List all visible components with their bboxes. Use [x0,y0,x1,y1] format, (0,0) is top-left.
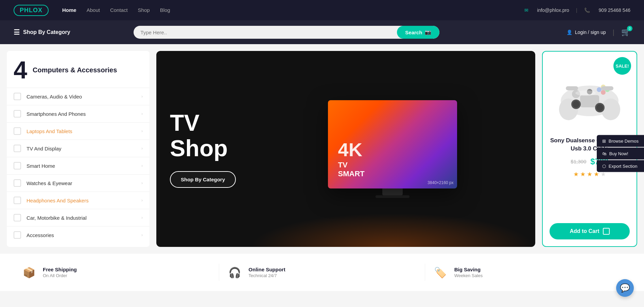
svg-rect-15 [601,86,613,90]
buy-now-label: Buy Now! [609,151,628,156]
feature-support-text: Online Support Technical 24/7 [248,267,285,278]
export-section-button[interactable]: ⬡ Export Section [597,160,644,172]
sidebar-label-smarthome: Smart Home [27,163,141,169]
search-bar-row: ☰ Shop By Category Search 📷 👤 Login / si… [0,20,644,44]
left-sidebar: 4 Computers & Accessories Cameras, Audio… [7,51,150,247]
hero-banner: TV Shop Shop By Category 4K TVSMART 3840… [156,51,535,247]
shipping-icon: 📦 [20,264,37,281]
sidebar-checkbox-smarthome[interactable] [14,162,21,169]
nav-contact[interactable]: Contact [110,7,128,13]
svg-point-7 [596,104,603,111]
search-right: 👤 Login / sign up | 🛒 0 [560,28,630,37]
browse-demos-label: Browse Demos [609,139,639,144]
svg-point-9 [601,90,606,95]
sidebar-checkbox-car[interactable] [14,214,21,221]
sidebar-item-cameras[interactable]: Cameras, Audio & Video › [7,88,150,105]
nav-shop[interactable]: Shop [138,7,150,13]
shipping-subtitle: On All Order [43,273,77,278]
shop-by-category-toggle[interactable]: ☰ Shop By Category [14,28,70,36]
search-input[interactable] [134,26,397,39]
sidebar-arrow-laptops: › [141,129,143,133]
hero-glow [249,213,535,247]
saving-icon: 🏷️ [432,264,449,281]
nav-about[interactable]: About [87,7,100,13]
sidebar-arrow-accessories: › [141,233,143,237]
sidebar-checkbox-accessories[interactable] [14,231,21,239]
saving-subtitle: Weeken Sales [454,273,483,278]
main-content: 4 Computers & Accessories Cameras, Audio… [0,44,644,247]
sidebar-category-title: Computers & Accessories [33,66,117,74]
export-section-label: Export Section [609,164,638,169]
grid-icon: ⊞ [602,139,606,144]
sidebar-checkbox-headphones[interactable] [14,197,21,204]
sale-badge: SALE! [613,57,631,75]
email-icon: ✉ [524,7,528,13]
sidebar-item-tv[interactable]: TV And Display › [7,140,150,157]
sidebar-item-smartphones[interactable]: Smartphones And Phones › [7,105,150,122]
nav-blog[interactable]: Blog [160,7,170,13]
sidebar-label-watches: Watches & Eyewear [27,180,141,186]
sidebar-item-headphones[interactable]: Headphones And Speakers › [7,192,150,209]
sidebar-arrow-watches: › [141,181,143,185]
export-icon: ⬡ [602,164,606,169]
tv-resolution: 3840×2160 px [428,180,453,185]
search-container: Search 📷 [134,26,439,39]
sidebar-checkbox-cameras[interactable] [14,93,21,100]
nav-links: Home About Contact Shop Blog [62,7,170,13]
sidebar-item-smarthome[interactable]: Smart Home › [7,157,150,174]
brand-logo[interactable]: PHLOX [14,5,49,16]
browse-demos-button[interactable]: ⊞ Browse Demos [597,135,644,147]
chat-icon: 💬 [620,283,630,291]
add-to-cart-label: Add to Cart [570,228,599,234]
nav-contact-info: ✉ info@phlox.pro | 📞 909 25468 546 [524,7,630,13]
user-icon: 👤 [567,30,572,35]
sidebar-checkbox-watches[interactable] [14,179,21,187]
search-button-label: Search [405,30,422,35]
controller-image [556,65,624,126]
shipping-title: Free Shipping [43,267,77,272]
sidebar-header: 4 Computers & Accessories [7,54,150,88]
cart-badge: 0 [627,26,632,31]
sidebar-checkbox-laptops[interactable] [14,127,21,135]
sidebar-count: 4 [14,58,27,82]
tv-4k-label: 4K [338,140,365,159]
cart-icon[interactable]: 🛒 0 [621,28,630,37]
svg-point-11 [597,87,602,92]
nav-home[interactable]: Home [62,7,76,13]
sidebar-item-accessories[interactable]: Accessories › [7,226,150,243]
hero-title-line1: TV [170,110,199,136]
star-1: ★ [573,170,579,178]
sidebar-label-cameras: Cameras, Audio & Video [27,94,141,100]
hero-shop-button[interactable]: Shop By Category [170,171,236,188]
search-button[interactable]: Search 📷 [397,26,439,39]
hero-title-line2: Shop [170,135,228,161]
sidebar-item-laptops[interactable]: Laptops And Tablets › [7,122,150,140]
sidebar-arrow-tv: › [141,146,143,151]
email-address: info@phlox.pro [537,7,569,13]
bag-icon: 🛍 [602,151,607,156]
sidebar-item-car[interactable]: Car, Motorbike & Industrial › [7,209,150,226]
svg-point-16 [575,90,596,96]
feature-saving-text: Big Saving Weeken Sales [454,267,483,278]
support-title: Online Support [248,267,285,272]
hero-title: TV Shop [170,110,236,161]
sidebar-arrow-smartphones: › [141,111,143,116]
sidebar-checkbox-smartphones[interactable] [14,110,21,118]
tv-base [376,195,410,198]
top-navigation: PHLOX Home About Contact Shop Blog ✉ inf… [0,0,644,20]
saving-title: Big Saving [454,267,483,272]
sidebar-label-headphones: Headphones And Speakers [27,198,141,203]
sidebar-item-watches[interactable]: Watches & Eyewear › [7,174,150,192]
sidebar-arrow-car: › [141,215,143,220]
star-3: ★ [587,170,592,178]
buy-now-button[interactable]: 🛍 Buy Now! [597,148,644,160]
svg-point-5 [573,101,579,108]
login-link[interactable]: 👤 Login / sign up [567,30,606,35]
hero-text: TV Shop Shop By Category [156,51,249,247]
add-to-cart-button[interactable]: Add to Cart [550,223,630,239]
hero-inner: TV Shop Shop By Category 4K TVSMART 3840… [156,51,535,247]
cart-small-icon [603,228,610,235]
tv-mockup: 4K TVSMART 3840×2160 px [328,100,457,188]
sidebar-checkbox-tv[interactable] [14,145,21,152]
hero-image-area: 4K TVSMART 3840×2160 px [249,51,535,247]
